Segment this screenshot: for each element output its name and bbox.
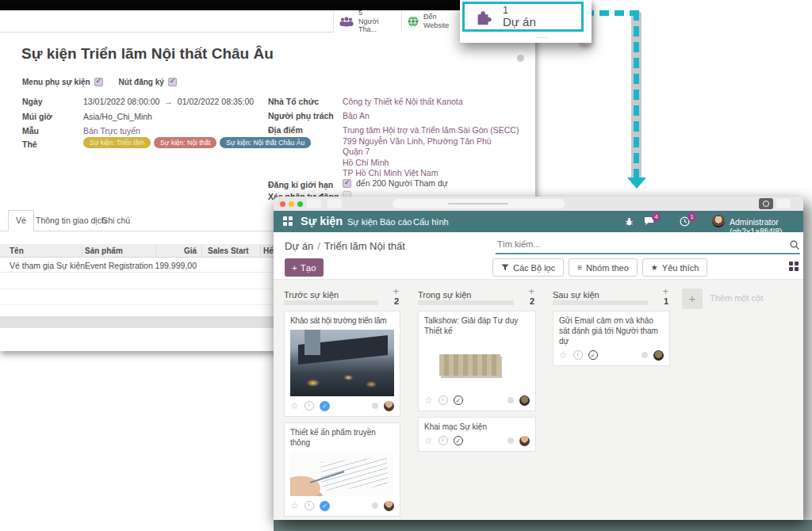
menu-events[interactable]: Sự kiện — [347, 217, 377, 227]
tag-pill[interactable]: Sự kiện: Nội thất — [154, 137, 216, 148]
browser-menu-button[interactable] — [776, 199, 791, 208]
kanban-column-after: Sau sự kiện + 1 Gửi Email cảm ơn và khảo… — [553, 280, 670, 520]
groupby-button[interactable]: ≡ Nhóm theo — [569, 258, 638, 277]
status-check-outline-icon[interactable]: ✓ — [588, 350, 598, 360]
col-sales-start: Sales Start — [208, 246, 249, 255]
register-toggle: Nút đăng ký — [119, 78, 177, 86]
browser-back-button[interactable] — [307, 199, 321, 208]
browser-forward-button[interactable] — [327, 199, 342, 208]
menu-reports[interactable]: Báo cáo — [380, 217, 412, 227]
add-column-button[interactable]: + — [682, 288, 703, 309]
apps-grid-icon[interactable] — [283, 216, 293, 227]
tab-tickets[interactable]: Vé — [8, 210, 34, 231]
kanban-card[interactable]: Gửi Email cảm ơn và khảo sát đánh giá tớ… — [553, 311, 670, 366]
status-check-outline-icon[interactable]: ✓ — [454, 436, 463, 445]
plus-icon: + — [292, 263, 297, 273]
user-avatar[interactable] — [712, 215, 725, 227]
tag-pill[interactable]: Sự kiện: Nội thất Châu Âu — [220, 137, 311, 148]
breadcrumb-current: Triển lãm Nội thất — [324, 240, 405, 252]
globe-icon — [408, 16, 419, 27]
assignee-avatar[interactable] — [653, 350, 664, 361]
star-outline-icon[interactable]: ☆ — [424, 436, 433, 445]
app-brand[interactable]: Sự kiện — [301, 215, 343, 227]
debug-bug-icon[interactable] — [625, 217, 634, 226]
zoom-traffic-light[interactable] — [297, 201, 303, 207]
card-footer: ☆ ✓ — [424, 434, 530, 447]
tab-communication[interactable]: Thông tin giao dịch — [36, 216, 106, 225]
add-card-icon[interactable]: + — [528, 285, 534, 297]
status-check-blue-icon[interactable]: ✓ — [320, 501, 330, 511]
minimize-traffic-light[interactable] — [289, 201, 294, 207]
activity-clock-icon[interactable] — [304, 401, 314, 411]
responsible-link[interactable]: Bảo An — [343, 111, 370, 120]
venue-line: TP Hồ Chí Minh Việt Nam — [343, 168, 519, 179]
limit-label: Đăng kí giới hạn — [268, 180, 333, 189]
status-check-blue-icon[interactable]: ✓ — [320, 401, 330, 411]
star-icon: ★ — [651, 263, 658, 272]
card-title: Talkshow: Giải đáp Tư duy Thiết kế — [424, 315, 530, 336]
search-input[interactable] — [496, 235, 773, 249]
browser-extension-button[interactable] — [759, 198, 773, 209]
kanban-card[interactable]: Talkshow: Giải đáp Tư duy Thiết kế ☆ ✓ — [418, 311, 536, 411]
tab-notes[interactable]: Ghi chú — [102, 216, 130, 225]
browser-chrome — [274, 197, 803, 211]
card-footer: ☆ ✓ — [290, 499, 394, 512]
search-icon[interactable] — [790, 240, 800, 250]
kanban-board: Trước sự kiện + 2 Khảo sát hội trường tr… — [274, 280, 803, 520]
date-end: 01/02/2022 08:35:00 — [178, 97, 254, 106]
kanban-card[interactable]: Khảo sát hội trường triển lãm ☆ ✓ — [284, 311, 400, 417]
star-outline-icon[interactable]: ☆ — [290, 401, 299, 411]
column-header: Trong sự kiện + 2 — [418, 280, 536, 311]
organizer-link[interactable]: Công ty Thiết kế Nội thất Kanota — [343, 97, 463, 106]
create-button[interactable]: + Tạo — [285, 258, 324, 277]
venue-line: 799 Nguyễn Văn Linh, Phường Tân Phú — [343, 136, 519, 147]
assignee-avatar[interactable] — [519, 395, 530, 406]
website-line1: Đến — [423, 13, 449, 21]
activity-clock-icon[interactable] — [304, 501, 314, 510]
activity-clock-icon[interactable] — [439, 436, 448, 445]
limit-checkbox-checked[interactable] — [343, 179, 351, 188]
filters-button-label: Các Bộ lọc — [513, 263, 555, 273]
assignee-avatar[interactable] — [384, 501, 394, 511]
tag-list: Sự kiện: Triển lãm Sự kiện: Nội thất Sự … — [83, 137, 311, 148]
url-field[interactable] — [393, 199, 565, 208]
organizer-label: Nhà Tổ chức — [268, 97, 319, 106]
activity-clock-icon[interactable] — [573, 350, 583, 360]
project-label: Dự án — [503, 16, 536, 29]
star-outline-icon[interactable]: ☆ — [424, 395, 433, 405]
breadcrumb-projects[interactable]: Dự án — [285, 240, 313, 252]
venue-link[interactable]: Trung tâm Hội trợ và Triển lãm Sài Gòn (… — [343, 125, 519, 179]
tag-pill[interactable]: Sự kiện: Triển lãm — [83, 137, 151, 148]
star-outline-icon[interactable]: ☆ — [559, 350, 568, 360]
card-title: Gửi Email cảm ơn và khảo sát đánh giá tớ… — [559, 315, 664, 346]
add-card-icon[interactable]: + — [393, 285, 399, 297]
chat-badge[interactable]: 4 — [652, 212, 661, 221]
add-card-icon[interactable]: + — [662, 285, 668, 297]
card-title: Khai mạc Sự kiện — [424, 422, 530, 432]
column-count: 2 — [530, 296, 534, 306]
activity-badge[interactable]: 1 — [688, 212, 696, 221]
attendees-label: Người Tha... — [358, 17, 396, 35]
activity-clock-icon[interactable] — [439, 395, 448, 405]
kanban-view-icon[interactable] — [789, 262, 799, 272]
card-footer: ☆ ✓ — [290, 399, 394, 412]
project-stat-button-zoom[interactable]: 1 Dự án — [462, 2, 584, 32]
attendees-stat-button[interactable]: 5 Người Tha... — [333, 10, 401, 32]
template-link[interactable]: Bán Trực tuyến — [83, 126, 140, 136]
star-outline-icon[interactable]: ☆ — [290, 501, 299, 510]
register-checkbox-checked[interactable] — [168, 78, 177, 86]
kanban-card[interactable]: Khai mạc Sự kiện ☆ ✓ — [418, 417, 536, 452]
submenu-checkbox-checked[interactable] — [94, 78, 103, 86]
assignee-avatar[interactable] — [384, 401, 394, 411]
project-stat-text: 1 Dự án — [503, 5, 536, 29]
assignee-avatar[interactable] — [519, 436, 530, 446]
browser-window: Sự kiện Sự kiện Báo cáo Cấu hình 4 — [274, 197, 803, 520]
kanban-card[interactable]: Thiết kế ấn phẩm truyền thông ☆ ✓ — [284, 422, 400, 517]
status-check-outline-icon[interactable]: ✓ — [454, 395, 463, 405]
favorites-button[interactable]: ★ Yêu thích — [642, 258, 707, 277]
presence-dot — [642, 352, 648, 358]
filters-button[interactable]: Các Bộ lọc — [492, 258, 564, 277]
menu-settings[interactable]: Cấu hình — [413, 217, 449, 227]
register-toggle-label: Nút đăng ký — [119, 78, 164, 86]
close-traffic-light[interactable] — [280, 201, 285, 207]
